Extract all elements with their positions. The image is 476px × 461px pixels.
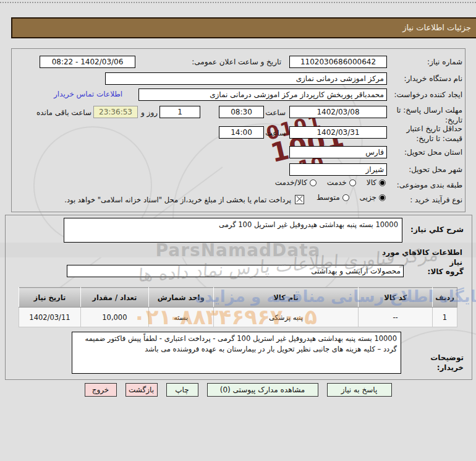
validity-hour-label: ساعت: [265, 128, 286, 138]
phone-number-watermark: ۰۲۱-۸۸۳۴۶۹۶۷۰-۵: [133, 304, 317, 329]
cell-need-date: 1402/03/11: [19, 308, 81, 327]
classification-label: طبقه بندی موضوعی:: [388, 180, 462, 190]
radio-goods-label: کالا: [367, 178, 376, 187]
countdown-timer: 23:36:53: [93, 106, 138, 118]
hours-remaining-label: ساعت باقی مانده: [26, 108, 91, 118]
radio-goods-service-label: کالا/خدمت: [275, 178, 307, 187]
print-button[interactable]: چاپ: [166, 383, 198, 397]
announce-datetime-label: تاریخ و ساعت اعلان عمومی:: [139, 57, 281, 67]
radio-goods-service-icon[interactable]: [310, 179, 317, 186]
classification-option-service[interactable]: خدمت: [327, 178, 356, 187]
general-description-textarea[interactable]: 10000 بسته پنبه بهداشتی هیدروفیل غیر است…: [64, 218, 402, 243]
process-option-medium[interactable]: متوسط: [317, 193, 349, 202]
goods-group-label: گروه کالا:: [405, 267, 464, 277]
treasury-note: پرداخت تمام یا بخشی از مبلغ خرید،از محل …: [53, 196, 291, 205]
page-title-bar: جزئیات اطلاعات نیاز: [11, 17, 476, 38]
need-number-label: شماره نیاز:: [388, 57, 462, 67]
radio-goods-icon[interactable]: [379, 179, 386, 186]
buyer-org-label: نام دستگاه خریدار:: [388, 74, 462, 84]
remaining-days-field[interactable]: 1: [159, 106, 200, 118]
radio-service-label: خدمت: [327, 178, 347, 187]
price-validity-date-field[interactable]: 1402/03/31: [289, 126, 387, 139]
action-button-row: پاسخ به نیاز مشاهده مدارک پیوستی (0) چاپ…: [0, 383, 476, 397]
reply-deadline-time-field[interactable]: 08:30: [219, 106, 264, 118]
buyer-notes-label: توضیحات خریدار:: [402, 353, 464, 373]
radio-service-icon[interactable]: [349, 179, 356, 186]
classification-option-goods[interactable]: کالا: [367, 178, 386, 187]
buyer-notes-textarea[interactable]: 10000 بسته پنبه بهداشتی هیدروفیل غیر است…: [72, 332, 401, 374]
buyer-contact-link[interactable]: اطلاعات تماس خریدار: [54, 90, 122, 98]
delivery-province-field[interactable]: فارس: [289, 146, 387, 158]
days-and-label: روز و: [137, 108, 158, 118]
radio-minor-label: جزیی: [360, 193, 376, 202]
view-attachments-button[interactable]: مشاهده مدارک پیوستی (0): [207, 383, 318, 397]
col-need-date: تاریخ نیاز: [19, 288, 81, 308]
buyer-org-field[interactable]: مرکز اموزشی درمانی نمازی: [105, 72, 387, 85]
delivery-city-field[interactable]: شیراز: [289, 163, 387, 176]
agency-info-watermark: پایگاه اطلاع رسانی مناقصه و مزایده: [173, 287, 476, 306]
need-number-field[interactable]: 1102030686000642: [289, 56, 387, 68]
request-creator-field[interactable]: محمدباقر پوربخش کارپرداز مرکز اموزشی درم…: [138, 88, 387, 101]
process-option-minor[interactable]: جزیی: [360, 193, 386, 202]
radio-medium-icon[interactable]: [342, 194, 349, 201]
respond-to-need-button[interactable]: پاسخ به نیاز: [327, 383, 392, 397]
page-title: جزئیات اطلاعات نیاز: [402, 23, 471, 32]
classification-option-goods-service[interactable]: کالا/خدمت: [275, 178, 317, 187]
announce-datetime-field[interactable]: 08:22 - 1402/03/06: [40, 56, 135, 68]
back-button[interactable]: بازگشت: [125, 383, 158, 397]
deadline-hour-label: ساعت: [265, 108, 286, 118]
treasury-checkbox-checked[interactable]: [295, 195, 304, 204]
reply-deadline-date-field[interactable]: 1402/03/08: [289, 106, 387, 118]
delivery-province-label: استان محل تحویل:: [388, 147, 462, 157]
reply-deadline-label: مهلت ارسال پاسخ: تا تاریخ:: [386, 105, 462, 125]
cell-row-number: 1: [433, 308, 457, 327]
request-creator-label: ایجاد کننده درخواست:: [388, 90, 462, 100]
process-type-label: نوع فرآیند خرید :: [388, 195, 462, 205]
radio-medium-label: متوسط: [317, 193, 340, 202]
need-details-page: 0101 1001 10 جزئیات اطلاعات نیاز شماره ن…: [0, 0, 476, 461]
price-validity-label: حداقل تاریخ اعتبار قیمت: تا تاریخ:: [386, 124, 462, 144]
radio-minor-icon[interactable]: [379, 194, 386, 201]
delivery-city-label: شهر محل تحویل:: [388, 165, 462, 174]
cell-goods-code: --: [359, 308, 433, 327]
general-description-label: شرح كلي نياز:: [405, 225, 464, 235]
exit-button[interactable]: خروج: [85, 383, 117, 397]
price-validity-time-field[interactable]: 14:00: [219, 126, 264, 139]
